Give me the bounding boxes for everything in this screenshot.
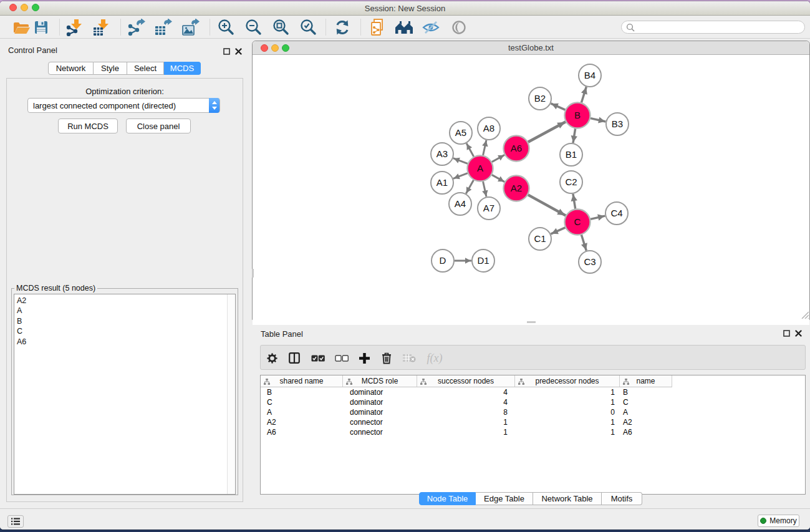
table-settings-button[interactable] [261,348,282,368]
edge-B-B2[interactable] [551,104,565,110]
table-cell[interactable]: C [620,397,672,407]
tab-motifs[interactable]: Motifs [602,492,642,505]
clone-network-button[interactable] [367,17,389,37]
table-cell[interactable]: A2 [620,417,672,427]
node-D[interactable]: D [432,249,454,272]
column-header-predecessor-nodes[interactable]: predecessor nodes [515,375,620,387]
table-cell[interactable]: A6 [620,427,672,437]
function-builder-button[interactable]: f(x) [421,348,448,368]
criterion-select[interactable]: largest connected component (directed) [27,98,220,113]
node-D1[interactable]: D1 [472,249,494,272]
table-float-button[interactable] [783,328,790,339]
node-A[interactable]: A [468,156,493,181]
edge-A-A7[interactable] [482,181,488,196]
node-C1[interactable]: C1 [529,228,551,250]
node-B[interactable]: B [565,103,591,128]
edge-A-A1[interactable] [453,173,468,180]
edge-B-B3[interactable] [591,117,605,123]
edge-A-A6[interactable] [492,155,504,162]
table-row[interactable]: A6connector11A6 [261,427,805,437]
bottom-resize-grip[interactable] [527,321,536,323]
table-close-button[interactable] [795,328,802,339]
node-C3[interactable]: C3 [579,251,601,273]
corner-resize-grip[interactable] [800,310,809,319]
table-cell[interactable]: A [620,407,672,417]
table-cell[interactable]: 1 [515,387,620,397]
node-A7[interactable]: A7 [478,197,500,220]
zoom-out-button[interactable] [242,17,264,37]
edge-C-C3[interactable] [581,235,587,251]
mcds-list-scrollbar[interactable] [227,294,235,494]
network-window-titlebar[interactable]: testGlobe.txt [253,41,809,55]
show-visual-properties-button[interactable] [448,17,470,37]
home-button[interactable] [393,17,415,37]
mcds-result-item[interactable]: A2 [14,296,235,306]
node-B2[interactable]: B2 [529,87,551,110]
table-cell[interactable]: 0 [515,407,620,417]
node-B3[interactable]: B3 [606,113,629,135]
node-A6[interactable]: A6 [504,136,529,162]
tab-node-table[interactable]: Node Table [419,492,476,505]
export-network-button[interactable] [125,17,148,37]
table-cell[interactable]: 1 [515,427,620,437]
node-B4[interactable]: B4 [579,64,601,87]
table-cell[interactable]: 8 [417,407,515,417]
node-A2[interactable]: A2 [504,176,529,201]
add-column-button[interactable] [354,348,375,368]
mcds-result-item[interactable]: B [14,316,235,326]
table-cell[interactable]: A6 [261,427,343,437]
column-header-successor-nodes[interactable]: successor nodes [417,375,515,387]
table-cell[interactable]: 1 [515,417,620,427]
table-cell[interactable]: B [261,387,343,397]
mcds-result-item[interactable]: C [14,326,235,336]
tab-network-table[interactable]: Network Table [533,492,602,505]
close-panel-button-mcds[interactable]: Close panel [126,118,191,133]
table-row[interactable]: Bdominator41B [261,387,805,397]
split-column-button[interactable] [284,348,305,368]
table-row[interactable]: Adominator80A [261,407,805,417]
edge-A-A8[interactable] [482,140,488,155]
float-panel-button[interactable] [223,46,230,57]
edge-A2-C[interactable] [528,195,566,215]
edge-B-B4[interactable] [581,87,587,102]
run-mcds-button[interactable]: Run MCDS [58,118,118,133]
node-C4[interactable]: C4 [605,202,628,225]
table-cell[interactable]: A2 [261,417,343,427]
tab-select[interactable]: Select [127,62,164,75]
node-C2[interactable]: C2 [560,171,582,193]
column-header-name[interactable]: name [620,375,672,387]
tab-mcds[interactable]: MCDS [164,62,201,75]
edge-B-B1[interactable] [571,128,577,143]
edge-A-A4[interactable] [466,180,473,194]
edge-C-C2[interactable] [571,194,577,209]
edge-A6-B[interactable] [528,122,566,142]
edge-A-A2[interactable] [492,175,504,181]
memory-button[interactable]: Memory [758,515,799,527]
mcds-result-list[interactable]: A2ABCA6 [14,294,236,495]
table-cell[interactable]: 1 [417,427,515,437]
column-header-shared-name[interactable]: shared name [261,375,343,387]
left-resize-grip[interactable] [252,269,254,278]
open-file-button[interactable] [10,17,32,37]
edge-C-C1[interactable] [551,228,565,234]
table-cell[interactable]: connector [343,427,417,437]
zoom-selected-button[interactable] [297,17,319,37]
delete-table-button[interactable] [398,348,420,368]
titlebar[interactable]: Session: New Session [0,1,810,16]
edge-A-A3[interactable] [453,158,468,164]
table-cell[interactable]: dominator [343,407,417,417]
import-table-button[interactable] [90,17,113,37]
edge-A-A5[interactable] [466,143,474,157]
deselect-all-button[interactable] [331,348,352,368]
tab-style[interactable]: Style [94,62,127,75]
export-table-button[interactable] [152,17,175,37]
save-session-button[interactable] [30,17,52,37]
export-image-button[interactable] [180,17,202,37]
search-input[interactable] [621,21,805,34]
delete-column-button[interactable] [376,348,397,368]
table-cell[interactable]: C [261,397,343,407]
refresh-button[interactable] [331,17,354,37]
table-cell[interactable]: 1 [417,417,515,427]
column-header-MCDS-role[interactable]: MCDS role [343,375,417,387]
table-row[interactable]: A2connector11A2 [261,417,805,427]
